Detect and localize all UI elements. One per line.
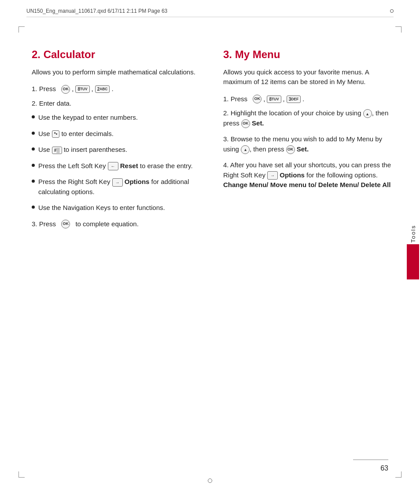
calculator-section: 2. Calculator Allows you to perform simp…	[32, 48, 206, 456]
corner-mark-bl	[18, 471, 25, 478]
bullet-dot-5	[32, 180, 35, 183]
bullet-right-soft-key: Press the Right Soft Key → Options for a…	[32, 177, 206, 197]
header-bar: UN150_Eng_manual_110617.qxd 6/17/11 2:11…	[26, 8, 394, 17]
bullet-nav-keys: Use the Navigation Keys to enter functio…	[32, 203, 206, 213]
side-tab: Tools	[406, 224, 420, 279]
calc-step3-ok-key: OK	[61, 220, 70, 228]
mymenu-step2: 2. Highlight the location of your choice…	[223, 108, 397, 128]
bullet-left-soft-key-text: Press the Left Soft Key ← Reset to erase…	[38, 161, 193, 171]
calc-key-ok: OK	[61, 85, 70, 94]
bullet-parentheses-text: Use #▒ to insert parentheses.	[38, 145, 127, 155]
corner-mark-br	[395, 471, 402, 478]
bullet-left-soft-key: Press the Left Soft Key ← Reset to erase…	[32, 161, 206, 171]
calc-step3-suffix: to complete equation.	[75, 219, 138, 229]
corner-mark-tl	[18, 26, 25, 33]
calc-step3-prefix: 3. Press	[32, 219, 56, 229]
star-key-icon: *•	[52, 130, 59, 138]
mymenu-section: 3. My Menu Allows you quick access to yo…	[223, 48, 397, 456]
header-text: UN150_Eng_manual_110617.qxd 6/17/11 2:11…	[26, 8, 167, 14]
bullet-parentheses: Use #▒ to insert parentheses.	[32, 145, 206, 155]
calc-step1: 1. Press OK , 8TUV , 2ABC .	[32, 84, 206, 94]
mymenu-key-8tuv: 8TUV	[267, 96, 281, 103]
mymenu-step3-text: 3. Browse to the menu you wish to add to…	[223, 134, 397, 154]
bullet-decimals-text: Use *• to enter decimals.	[38, 129, 114, 139]
nav-key-up-icon: ▴	[363, 109, 372, 118]
bullet-nav-keys-text: Use the Navigation Keys to enter functio…	[38, 203, 165, 213]
calc-key-2abc: 2ABC	[95, 85, 110, 93]
side-tab-label: Tools	[410, 224, 416, 242]
bullet-dot-4	[32, 164, 35, 167]
bullet-decimals: Use *• to enter decimals.	[32, 129, 206, 139]
mymenu-step3: 3. Browse to the menu you wish to add to…	[223, 134, 397, 154]
main-content: 2. Calculator Allows you to perform simp…	[32, 48, 397, 456]
bottom-center-dot	[208, 478, 212, 483]
corner-mark-tr	[395, 26, 402, 33]
calculator-description: Allows you to perform simple mathematica…	[32, 67, 206, 77]
bullet-right-soft-key-text: Press the Right Soft Key → Options for a…	[38, 177, 206, 197]
mymenu-description: Allows you quick access to your favorite…	[223, 67, 397, 87]
mymenu-step2-ok-key: OK	[241, 119, 250, 128]
calc-key-8tuv: 8TUV	[75, 85, 89, 93]
bullet-dot-3	[32, 147, 35, 151]
left-soft-key-icon: ←	[108, 162, 118, 170]
calc-bullet-list: Use the keypad to enter numbers. Use *• …	[32, 113, 206, 213]
calculator-title: 2. Calculator	[32, 48, 206, 61]
mymenu-step4-text: 4. After you have set all your shortcuts…	[223, 160, 397, 190]
header-center-dot	[390, 9, 394, 13]
mymenu-key-3def: 3DEF	[287, 96, 301, 103]
bullet-dot-1	[32, 115, 35, 118]
side-tab-bar	[407, 244, 419, 280]
hash-key-icon: #▒	[52, 147, 62, 154]
bullet-dot-6	[32, 206, 35, 209]
bullet-dot-2	[32, 132, 35, 135]
bullet-keypad: Use the keypad to enter numbers.	[32, 113, 206, 123]
mymenu-step1-prefix: 1. Press	[223, 94, 247, 104]
calc-step1-prefix: 1. Press	[32, 84, 56, 94]
calc-step3: 3. Press OK to complete equation.	[32, 219, 206, 229]
bullet-keypad-text: Use the keypad to enter numbers.	[38, 113, 138, 123]
page-number: 63	[380, 464, 388, 472]
calc-step2-label: 2. Enter data.	[32, 99, 206, 109]
nav-key-up2-icon: ▴	[241, 145, 250, 154]
mymenu-step3-ok-key: OK	[286, 145, 295, 154]
mymenu-title: 3. My Menu	[223, 48, 397, 61]
mymenu-key-ok: OK	[253, 95, 262, 103]
mymenu-step2-text: 2. Highlight the location of your choice…	[223, 108, 397, 128]
right-soft-key-icon: →	[112, 178, 123, 187]
right-soft-key2-icon: →	[267, 171, 278, 180]
mymenu-step4: 4. After you have set all your shortcuts…	[223, 160, 397, 190]
divider-line	[353, 460, 388, 460]
mymenu-step1: 1. Press OK , 8TUV , 3DEF .	[223, 94, 397, 104]
